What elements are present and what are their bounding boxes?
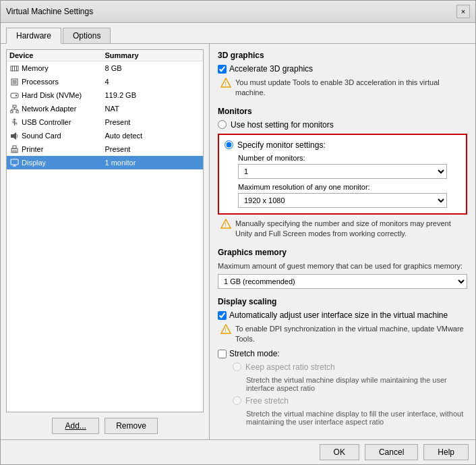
add-button[interactable]: Add... [52,418,99,434]
dpi-warning-text: To enable DPI synchronization in the vir… [235,324,467,345]
device-row-display[interactable]: Display 1 monitor [7,156,203,169]
network-icon [9,104,19,113]
accelerate-3d-label: Accelerate 3D graphics [229,64,313,74]
svg-rect-9 [10,111,13,113]
device-table: Device Summary Memory 8 GB [6,49,204,412]
col-summary-header: Summary [105,51,201,59]
auto-adjust-row: Automatically adjust user interface size… [218,310,467,320]
num-monitors-label: Number of monitors: [238,154,460,162]
warning-icon-monitors: ! [220,219,231,229]
device-row-printer[interactable]: Printer Present [7,142,203,156]
memory-icon [9,63,19,73]
sound-icon [9,131,19,140]
monitors-warning-row: ! Manually specifying the number and siz… [218,219,467,240]
svg-rect-5 [13,80,16,84]
left-buttons: Add... Remove [6,418,204,434]
section-graphics-memory: Graphics memory Maximum amount of guest … [218,248,467,289]
svg-rect-3 [16,66,17,71]
svg-rect-2 [14,66,15,71]
monitors-indent: Number of monitors: 1 2 3 4 Maximum reso… [225,154,460,208]
keep-aspect-row: Keep aspect ratio stretch [233,362,467,372]
specify-radio[interactable] [225,140,233,149]
free-stretch-desc: Stretch the virtual machine display to f… [233,410,467,426]
monitors-warning-text: Manually specifying the number and size … [235,219,467,240]
max-resolution-select[interactable]: 640 x 480 800 x 600 1024 x 768 1280 x 80… [238,193,447,208]
svg-rect-10 [16,111,19,113]
device-row-usb[interactable]: USB Controller Present [7,115,203,129]
stretch-options: Keep aspect ratio stretch Stretch the vi… [218,362,467,426]
warning-icon-3d: ! [220,78,231,88]
display-icon [9,158,19,167]
device-row-network[interactable]: Network Adapter NAT [7,102,203,115]
svg-rect-18 [11,134,13,138]
device-row-processors[interactable]: Processors 4 [7,75,203,88]
svg-point-7 [15,94,16,96]
section-monitors: Monitors Use host setting for monitors S… [218,107,467,240]
accelerate-3d-checkbox[interactable] [218,65,227,74]
svg-rect-6 [11,93,18,98]
window-title: Virtual Machine Settings [6,7,93,16]
svg-rect-21 [13,146,16,148]
keep-aspect-radio[interactable] [233,362,241,371]
tab-hardware[interactable]: Hardware [6,28,61,44]
stretch-mode-label: Stretch mode: [229,349,280,358]
col-device-header: Device [9,51,105,59]
graphics-memory-title: Graphics memory [218,248,467,257]
keep-aspect-label: Keep aspect ratio stretch [245,362,335,372]
graphics-memory-select[interactable]: 256 MB 512 MB 1 GB (recommended) 2 GB 3 … [218,274,467,289]
section-3d-graphics: 3D graphics Accelerate 3D graphics ! You… [218,51,467,99]
host-setting-row: Use host setting for monitors [218,120,467,130]
svg-text:!: ! [225,221,227,228]
free-stretch-row: Free stretch [233,396,467,406]
svg-text:!: ! [225,80,227,87]
max-resolution-label: Maximum resolution of any one monitor: [238,183,460,191]
tab-options[interactable]: Options [63,28,111,44]
auto-adjust-checkbox[interactable] [218,311,227,320]
specify-monitors-row: Specify monitor settings: [225,140,460,150]
num-monitors-select[interactable]: 1 2 3 4 [238,164,447,179]
cancel-button[interactable]: Cancel [365,444,418,460]
usb-icon [9,117,19,127]
close-button[interactable]: × [456,5,470,18]
graphics-memory-desc: Maximum amount of guest memory that can … [218,261,467,271]
warning-icon-dpi: ! [220,324,231,335]
3d-graphics-title: 3D graphics [218,51,467,60]
keep-aspect-desc: Stretch the virtual machine display whil… [233,376,467,392]
bottom-bar: OK Cancel Help [1,439,475,464]
remove-button[interactable]: Remove [105,418,158,434]
3d-warning-text: You must update Tools to enable 3D accel… [235,78,467,99]
svg-point-17 [15,122,16,124]
svg-rect-23 [11,159,18,165]
monitors-title: Monitors [218,107,467,116]
display-scaling-title: Display scaling [218,297,467,306]
processors-icon [9,77,19,86]
accelerate-3d-row: Accelerate 3D graphics [218,64,467,74]
dpi-warning-row: ! To enable DPI synchronization in the v… [218,324,467,345]
section-display-scaling: Display scaling Automatically adjust use… [218,297,467,426]
specify-label: Specify monitor settings: [237,140,326,150]
3d-warning-row: ! You must update Tools to enable 3D acc… [218,78,467,99]
specify-monitors-box: Specify monitor settings: Number of moni… [218,134,467,215]
virtual-machine-settings-window: Virtual Machine Settings × Hardware Opti… [0,0,476,465]
svg-marker-19 [13,132,16,140]
device-row-sound[interactable]: Sound Card Auto detect [7,129,203,142]
host-setting-label: Use host setting for monitors [231,120,334,130]
tabs-bar: Hardware Options [1,23,475,44]
svg-rect-1 [12,66,13,71]
harddisk-icon [9,90,19,100]
device-table-header: Device Summary [7,50,203,61]
svg-rect-8 [13,105,16,107]
left-panel: Device Summary Memory 8 GB [1,44,210,439]
device-row-harddisk[interactable]: Hard Disk (NVMe) 119.2 GB [7,88,203,102]
host-setting-radio[interactable] [218,120,227,129]
ok-button[interactable]: OK [320,444,359,460]
device-row-memory[interactable]: Memory 8 GB [7,61,203,75]
svg-text:!: ! [225,327,227,333]
main-content: Device Summary Memory 8 GB [1,44,475,439]
free-stretch-radio[interactable] [233,396,241,405]
title-bar: Virtual Machine Settings × [1,1,475,23]
svg-rect-22 [13,151,16,152]
stretch-mode-checkbox[interactable] [218,350,227,358]
auto-adjust-label: Automatically adjust user interface size… [229,310,448,320]
help-button[interactable]: Help [423,444,469,460]
